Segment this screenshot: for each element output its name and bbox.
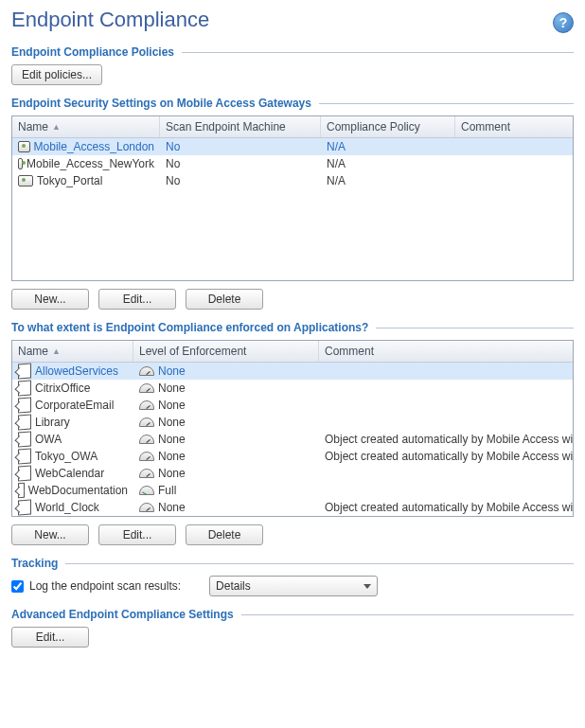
section-title-gateways: Endpoint Security Settings on Mobile Acc… bbox=[11, 97, 319, 110]
dial-icon bbox=[139, 469, 154, 478]
divider bbox=[182, 52, 574, 53]
table-row[interactable]: Mobile_Access_London No N/A bbox=[12, 138, 573, 155]
gateways-table: Name▲ Scan Endpoint Machine Compliance P… bbox=[11, 115, 574, 281]
cell-level: None bbox=[158, 364, 186, 378]
table-row[interactable]: OWA None Object created automatically by… bbox=[12, 431, 573, 448]
cell-comment bbox=[319, 489, 573, 491]
gateways-edit-button[interactable]: Edit... bbox=[98, 289, 176, 310]
cell-comment bbox=[319, 387, 573, 389]
dial-icon bbox=[139, 400, 154, 410]
table-row[interactable]: CorporateEmail None bbox=[12, 397, 573, 414]
sort-asc-icon: ▲ bbox=[52, 346, 61, 356]
section-title-policies: Endpoint Compliance Policies bbox=[11, 45, 182, 59]
cell-level: None bbox=[158, 501, 186, 514]
cell-comment bbox=[455, 180, 573, 182]
col-scan[interactable]: Scan Endpoint Machine bbox=[160, 116, 321, 137]
log-results-checkbox[interactable] bbox=[11, 580, 24, 593]
col-comment[interactable]: Comment bbox=[455, 116, 573, 137]
help-icon[interactable]: ? bbox=[553, 12, 574, 33]
col-name[interactable]: Name▲ bbox=[12, 341, 133, 362]
table-row[interactable]: Tokyo_Portal No N/A bbox=[12, 172, 573, 189]
cell-name: Mobile_Access_London bbox=[34, 140, 154, 153]
dial-icon bbox=[139, 486, 154, 495]
dial-icon bbox=[139, 366, 154, 376]
apps-table: Name▲ Level of Enforcement Comment Allow… bbox=[11, 340, 574, 517]
application-icon bbox=[18, 432, 31, 448]
cell-name: CorporateEmail bbox=[35, 399, 114, 412]
cell-name: OWA bbox=[35, 433, 62, 446]
table-row[interactable]: WebDocumentation Full bbox=[12, 482, 573, 499]
table-row[interactable]: AllowedServices None bbox=[12, 363, 573, 380]
cell-scan: No bbox=[160, 156, 321, 171]
cell-comment bbox=[319, 404, 573, 406]
gateways-new-button[interactable]: New... bbox=[11, 289, 89, 310]
application-icon bbox=[18, 364, 31, 380]
cell-name: Tokyo_Portal bbox=[37, 174, 102, 187]
log-results-text: Log the endpoint scan results: bbox=[29, 579, 181, 593]
gateway-icon bbox=[18, 175, 33, 186]
cell-policy: N/A bbox=[321, 156, 455, 171]
col-name[interactable]: Name▲ bbox=[12, 116, 160, 137]
table-row[interactable]: World_Clock None Object created automati… bbox=[12, 499, 573, 516]
divider bbox=[241, 614, 574, 615]
gateways-delete-button[interactable]: Delete bbox=[186, 289, 263, 310]
divider bbox=[319, 103, 574, 104]
divider bbox=[65, 563, 574, 564]
table-row[interactable]: WebCalendar None bbox=[12, 465, 573, 482]
table-row[interactable]: CitrixOffice None bbox=[12, 380, 573, 397]
cell-name: Library bbox=[35, 416, 70, 429]
edit-policies-button[interactable]: Edit policies... bbox=[11, 64, 102, 85]
cell-name: World_Clock bbox=[35, 501, 99, 514]
section-title-apps: To what extent is Endpoint Compliance en… bbox=[11, 321, 376, 334]
apps-delete-button[interactable]: Delete bbox=[186, 524, 263, 545]
log-level-select[interactable]: Details bbox=[209, 576, 378, 596]
cell-scan: No bbox=[160, 139, 321, 154]
col-name-label: Name bbox=[18, 120, 48, 133]
cell-comment bbox=[319, 421, 573, 423]
dial-icon bbox=[139, 417, 154, 427]
table-row[interactable]: Library None bbox=[12, 414, 573, 431]
cell-policy: N/A bbox=[321, 139, 455, 154]
cell-comment: Object created automatically by Mobile A… bbox=[319, 449, 573, 464]
apps-edit-button[interactable]: Edit... bbox=[98, 524, 176, 545]
cell-level: None bbox=[158, 416, 186, 429]
col-name-label: Name bbox=[18, 345, 48, 358]
apps-new-button[interactable]: New... bbox=[11, 524, 89, 545]
section-title-advanced: Advanced Endpoint Compliance Settings bbox=[11, 608, 241, 621]
log-level-value: Details bbox=[216, 579, 251, 593]
table-row[interactable]: Tokyo_OWA None Object created automatica… bbox=[12, 448, 573, 465]
advanced-edit-button[interactable]: Edit... bbox=[11, 627, 89, 648]
table-header: Name▲ Level of Enforcement Comment bbox=[12, 341, 573, 363]
dial-icon bbox=[139, 383, 154, 393]
table-row[interactable]: Mobile_Access_NewYork No N/A bbox=[12, 155, 573, 172]
table-header: Name▲ Scan Endpoint Machine Compliance P… bbox=[12, 116, 573, 138]
cell-scan: No bbox=[160, 173, 321, 188]
gateway-icon bbox=[18, 141, 30, 152]
cell-comment: Object created automatically by Mobile A… bbox=[319, 500, 573, 515]
page-title: Endpoint Compliance bbox=[11, 8, 209, 32]
application-icon bbox=[18, 398, 31, 414]
cell-comment bbox=[455, 146, 573, 148]
cell-level: Full bbox=[158, 484, 176, 497]
section-title-tracking: Tracking bbox=[11, 557, 65, 570]
cell-name: Tokyo_OWA bbox=[35, 450, 98, 463]
cell-level: None bbox=[158, 399, 186, 412]
cell-comment: Object created automatically by Mobile A… bbox=[319, 432, 573, 447]
cell-comment bbox=[319, 472, 573, 474]
log-results-label[interactable]: Log the endpoint scan results: bbox=[11, 579, 181, 593]
chevron-down-icon bbox=[363, 584, 371, 589]
cell-name: WebCalendar bbox=[35, 467, 104, 480]
application-icon bbox=[18, 500, 31, 516]
application-icon bbox=[18, 449, 31, 465]
cell-comment bbox=[319, 370, 573, 372]
cell-level: None bbox=[158, 467, 186, 480]
col-level[interactable]: Level of Enforcement bbox=[133, 341, 319, 362]
dial-icon bbox=[139, 435, 154, 444]
col-comment[interactable]: Comment bbox=[319, 341, 573, 362]
application-icon bbox=[18, 381, 31, 397]
cell-comment bbox=[455, 163, 573, 165]
cell-name: Mobile_Access_NewYork bbox=[27, 157, 154, 170]
col-policy[interactable]: Compliance Policy bbox=[321, 116, 455, 137]
dial-icon bbox=[139, 503, 154, 512]
cell-level: None bbox=[158, 450, 186, 463]
